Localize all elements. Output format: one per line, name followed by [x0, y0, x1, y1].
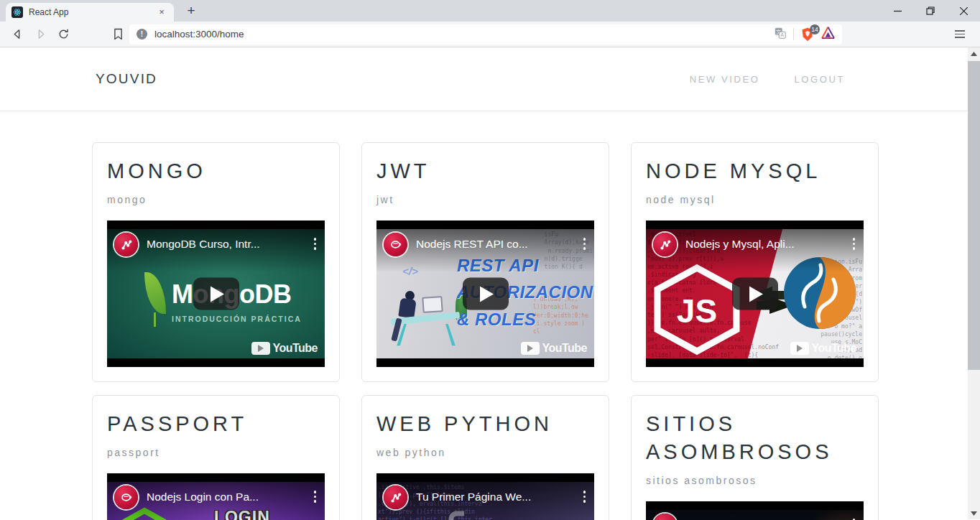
brave-shield-icon[interactable]: 14 [800, 27, 815, 42]
card-title: SITIOS ASOMBROSOS [646, 410, 864, 466]
video-embed[interactable]: .getDirectiveI $element.find( .cycle( 8)… [646, 220, 864, 367]
toolbar-divider [793, 28, 794, 40]
channel-avatar[interactable] [114, 486, 138, 509]
video-title[interactable]: Nodejs y Mysql, Apli... [685, 238, 849, 272]
scroll-down-arrow-icon[interactable] [968, 507, 980, 519]
video-title-bar: Nodejs y Mysql, Apli... [646, 229, 864, 272]
video-card-web-python: WEB PYTHON web python .item.active ,this… [361, 395, 609, 520]
video-title[interactable]: Nodejs REST API co... [416, 238, 579, 272]
youtube-logo-icon[interactable]: YouTube [251, 342, 318, 355]
bookmark-icon[interactable] [107, 24, 129, 45]
more-options-icon[interactable] [583, 238, 586, 272]
bat-rewards-icon[interactable] [821, 27, 835, 42]
channel-avatar[interactable] [384, 233, 407, 256]
site-info-icon[interactable]: ! [137, 29, 147, 40]
scrollbar[interactable] [968, 47, 980, 519]
minimize-button[interactable] [881, 0, 914, 22]
more-options-icon[interactable] [853, 238, 856, 272]
more-options-icon[interactable] [314, 491, 317, 520]
tab-close-icon[interactable]: × [155, 6, 168, 19]
site-nav: NEW VIDEO LOGOUT [690, 74, 845, 85]
video-title[interactable]: Nodejs Login con Pa... [147, 491, 310, 520]
video-embed[interactable]: MongoDB INTRODUCCIÓN PRÁCTICA MongoDB Cu… [107, 220, 325, 367]
url-text[interactable]: localhost:3000/home [154, 29, 774, 40]
video-title-bar: Nodejs Login con Pa... [107, 482, 325, 520]
channel-avatar[interactable] [653, 233, 677, 256]
play-button[interactable] [732, 278, 778, 310]
tab-title: React App [29, 7, 155, 17]
translate-icon[interactable]: 文 A [774, 27, 787, 42]
reload-button[interactable] [52, 24, 74, 45]
video-card-node-mysql: NODE MYSQL node mysql .getDirectiveI $el… [631, 142, 879, 382]
menu-icon[interactable] [950, 24, 970, 45]
youtube-logo-icon[interactable]: YouTube [521, 342, 587, 355]
page-body: YOUVID NEW VIDEO LOGOUT MONGO mongo Mong… [0, 47, 980, 519]
nav-new-video-link[interactable]: NEW VIDEO [690, 74, 760, 85]
card-subtitle: web python [376, 447, 594, 458]
browser-toolbar: ! localhost:3000/home 文 A 14 [0, 22, 980, 47]
card-subtitle: mongo [107, 194, 325, 205]
tab-strip: React App × + [0, 0, 980, 22]
thumb-subheading: INTRODUCCIÓN PRÁCTICA [172, 315, 302, 323]
video-embed[interactable]: isFu Array(d),k=ne n.ready.promi n(d).tr… [376, 220, 594, 367]
svg-text:JS: JS [677, 292, 717, 330]
restore-button[interactable] [914, 0, 947, 22]
video-card-jwt: JWT jwt isFu Array(d),k=ne n.ready.promi… [361, 142, 609, 382]
video-title[interactable]: MongoDB Curso, Intr... [147, 238, 310, 272]
address-bar[interactable]: ! localhost:3000/home 文 A 14 [129, 24, 842, 45]
video-embed[interactable]: Sitios Web Asombro... YouTube [646, 501, 864, 520]
scrollbar-thumb[interactable] [968, 61, 980, 370]
video-embed[interactable]: JS LOGIN NODEJS MONGODB Nodejs Login con… [107, 473, 325, 520]
card-title: JWT [376, 157, 594, 185]
video-card-sitios: SITIOS ASOMBROSOS sitios asombrosos Siti… [631, 395, 879, 520]
channel-avatar[interactable] [653, 514, 677, 520]
react-logo-icon [11, 6, 23, 18]
svg-text:A: A [780, 32, 784, 38]
nav-logout-link[interactable]: LOGOUT [795, 74, 846, 85]
video-title[interactable]: Tu Primer Página We... [416, 491, 579, 520]
forward-button[interactable] [29, 24, 51, 45]
shield-counter-badge: 14 [810, 24, 820, 34]
video-card-passport: PASSPORT passport JS LOGIN NODEJS MONGOD… [92, 395, 340, 520]
play-button[interactable] [463, 278, 509, 310]
mongodb-leaf-icon [144, 272, 166, 314]
video-title-bar: MongoDB Curso, Intr... [107, 229, 325, 272]
youtube-logo-icon[interactable]: YouTube [790, 342, 856, 355]
nodejs-logo-icon: JS [649, 264, 745, 358]
video-embed[interactable]: .item.active ,this.$items (".next, .prev… [376, 473, 594, 520]
back-button[interactable] [6, 24, 28, 45]
channel-avatar[interactable] [384, 486, 407, 509]
video-card-mongo: MONGO mongo MongoDB INTRODUCCIÓN PRÁCTIC… [92, 142, 340, 382]
browser-tab[interactable]: React App × [6, 3, 174, 22]
scroll-up-arrow-icon[interactable] [968, 47, 980, 60]
video-grid: MONGO mongo MongoDB INTRODUCCIÓN PRÁCTIC… [0, 111, 980, 520]
card-subtitle: sitios asombrosos [646, 475, 864, 486]
play-button[interactable] [193, 278, 239, 310]
video-title-bar: Tu Primer Página We... [376, 482, 594, 520]
card-subtitle: node mysql [646, 194, 864, 205]
card-title: MONGO [107, 157, 325, 185]
video-title-bar: Nodejs REST API co... [376, 229, 594, 272]
card-subtitle: passport [107, 447, 325, 458]
channel-avatar[interactable] [114, 233, 138, 256]
site-header: YOUVID NEW VIDEO LOGOUT [0, 47, 980, 111]
more-options-icon[interactable] [583, 491, 586, 520]
video-title-bar: Sitios Web Asombro... [646, 510, 864, 520]
close-window-button[interactable] [947, 0, 980, 22]
brand-title: YOUVID [96, 71, 157, 87]
card-title: PASSPORT [107, 410, 325, 438]
card-title: WEB PYTHON [376, 410, 594, 438]
card-title: NODE MYSQL [646, 157, 864, 185]
more-options-icon[interactable] [314, 238, 317, 272]
new-tab-button[interactable]: + [182, 2, 200, 19]
card-subtitle: jwt [376, 194, 594, 205]
